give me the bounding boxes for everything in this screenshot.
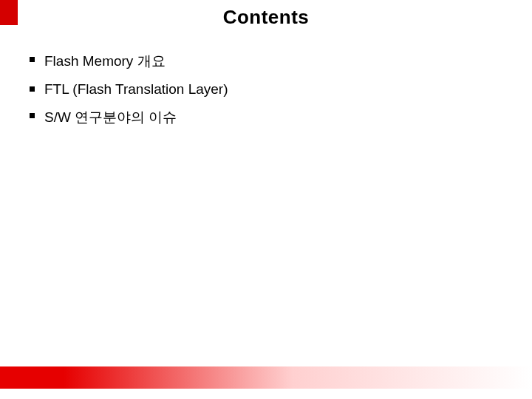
list-item-text: S/W 연구분야의 이슈 bbox=[44, 109, 177, 125]
list-item-text: FTL (Flash Translation Layer) bbox=[44, 81, 228, 97]
list-item: S/W 연구분야의 이슈 bbox=[30, 108, 228, 127]
list-item: FTL (Flash Translation Layer) bbox=[30, 81, 228, 98]
list-item: Flash Memory 개요 bbox=[30, 52, 228, 71]
content-list: Flash Memory 개요 FTL (Flash Translation L… bbox=[30, 52, 228, 137]
list-item-text: Flash Memory 개요 bbox=[44, 53, 166, 69]
slide-title: Contents bbox=[0, 6, 532, 29]
bottom-accent-bar bbox=[0, 366, 532, 389]
